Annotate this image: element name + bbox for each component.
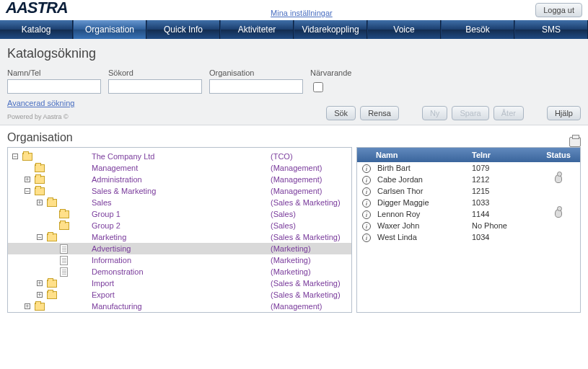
nav-voice[interactable]: Voice [368,20,441,39]
reset-button[interactable]: Åter [493,106,524,120]
contact-name: Cabe Jordan [373,175,472,184]
tree-row[interactable]: −Marketing(Sales & Marketing) [8,231,351,243]
tree-label: Group 1 [90,210,271,218]
info-icon[interactable]: i [362,199,371,208]
save-button[interactable]: Spara [452,106,488,120]
info-icon[interactable]: i [362,164,371,173]
tree-row[interactable]: +Administration(Management) [8,174,351,185]
tree-parent: (Management) [271,175,322,184]
contact-tel: No Phone [472,221,537,230]
org-section: Organisation −The Company Ltd(TCO)Manage… [0,125,588,320]
nav-aktiviteter[interactable]: Aktiviteter [221,20,294,39]
tree-parent: (Marketing) [271,244,311,253]
folder-icon [35,176,45,184]
presence-icon [555,174,562,183]
nav-vidarekoppling[interactable]: Vidarekoppling [294,20,367,39]
clear-button[interactable]: Rensa [360,106,399,120]
contact-row[interactable]: iDigger Maggie1033 [357,197,580,208]
tree-label: Management [90,164,271,172]
tree-row[interactable]: Group 1(Sales) [8,208,351,220]
tree-parent: (Sales & Marketing) [271,290,341,299]
help-button[interactable]: Hjälp [547,106,581,120]
new-button[interactable]: Ny [422,106,447,120]
search-button[interactable]: Sök [326,106,356,120]
col-status[interactable]: Status [537,151,580,159]
tree-row[interactable]: Demonstration(Marketing) [8,266,351,277]
label-name-tel: Namn/Tel [7,68,101,77]
nav-katalog[interactable]: Katalog [0,20,73,39]
org-tree: −The Company Ltd(TCO)Management(Manageme… [7,147,352,313]
info-icon[interactable]: i [362,234,371,242]
contact-row[interactable]: iCarlsen Thor1215 [357,185,580,197]
contacts-list: Namn Telnr Status iBirth Bart1079iCabe J… [356,147,581,313]
collapse-icon[interactable]: − [37,234,43,240]
input-keyword[interactable] [108,79,202,94]
tree-row[interactable]: −Sales & Marketing(Management) [8,185,351,197]
expand-icon[interactable]: + [37,280,43,286]
input-name-tel[interactable] [7,79,101,94]
nav-quick-info[interactable]: Quick Info [147,20,220,39]
tree-row[interactable]: +Export(Sales & Marketing) [8,289,351,301]
expand-icon[interactable]: + [37,200,43,205]
tree-parent: (Sales & Marketing) [271,198,341,207]
contact-row[interactable]: iCabe Jordan1212 [357,174,580,185]
contact-name: Carlsen Thor [373,187,472,195]
logo: AASTRA [6,0,68,17]
expand-icon[interactable]: + [25,303,30,309]
tree-row[interactable]: +Manufacturing(Management) [8,301,351,312]
info-icon[interactable]: i [362,210,371,219]
logout-button[interactable]: Logga ut [535,3,582,17]
tree-label: Sales [90,198,271,207]
folder-icon [47,199,57,207]
col-name[interactable]: Namn [373,151,472,159]
contact-tel: 1033 [472,198,537,207]
contact-tel: 1034 [472,233,537,241]
contact-row[interactable]: iWaxer JohnNo Phone [357,220,580,231]
settings-link[interactable]: Mina inställningar [271,9,333,17]
input-organisation[interactable] [209,79,303,94]
contact-row[interactable]: iLennon Roy1144 [357,208,580,220]
tree-label: Administration [90,175,271,184]
nav-sms[interactable]: SMS [515,20,588,39]
tree-label: Export [90,290,271,299]
tree-row[interactable]: −The Company Ltd(TCO) [8,151,351,162]
folder-icon [35,187,45,195]
col-tel[interactable]: Telnr [472,151,537,159]
tree-parent: (Sales & Marketing) [271,233,341,241]
tree-label: Advertising [90,244,271,253]
collapse-icon[interactable]: − [12,154,18,159]
tree-parent: (TCO) [271,152,293,161]
tree-row[interactable]: +Sales(Sales & Marketing) [8,197,351,208]
tree-row[interactable]: Management(Management) [8,162,351,174]
contact-tel: 1212 [472,175,537,184]
document-icon [60,267,68,277]
tree-label: Manufacturing [90,302,271,311]
info-icon[interactable]: i [362,187,371,196]
tree-row[interactable]: Advertising(Marketing) [8,243,351,254]
print-icon[interactable] [569,137,581,147]
tree-row[interactable]: +Import(Sales & Marketing) [8,277,351,289]
nav-besök[interactable]: Besök [442,20,514,39]
contact-row[interactable]: iBirth Bart1079 [357,162,580,174]
info-icon[interactable]: i [362,222,371,231]
tree-parent: (Management) [271,187,322,195]
folder-icon [59,222,69,230]
nav-organisation[interactable]: Organisation [74,20,146,39]
org-title: Organisation [7,131,73,144]
search-buttons: Sök Rensa Ny Spara Åter Hjälp [326,106,581,120]
main-nav: KatalogOrganisationQuick InfoAktiviteter… [0,20,588,39]
tree-parent: (Management) [271,302,322,311]
expand-icon[interactable]: + [37,292,43,298]
info-icon[interactable]: i [362,176,371,184]
document-icon [60,256,68,265]
label-keyword: Sökord [108,68,202,77]
collapse-icon[interactable]: − [25,188,30,194]
expand-icon[interactable]: + [25,177,30,182]
tree-row[interactable]: Group 2(Sales) [8,220,351,231]
advanced-search-link[interactable]: Avancerad sökning [7,99,74,107]
tree-row[interactable]: Information(Marketing) [8,254,351,266]
checkbox-present[interactable] [313,82,323,92]
folder-icon [22,153,32,161]
tree-parent: (Sales) [271,210,296,218]
contact-row[interactable]: iWest Linda1034 [357,231,580,243]
